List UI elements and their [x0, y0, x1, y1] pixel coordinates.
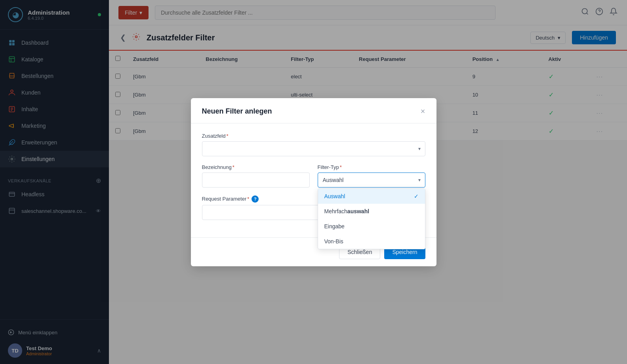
dropdown-item-auswahl[interactable]: Auswahl ✓ — [318, 189, 425, 204]
dropdown-item-eingabe[interactable]: Eingabe — [318, 219, 425, 234]
form-row-2: Bezeichnung* Filter-Typ* Auswahl Mehrfac… — [202, 164, 425, 188]
dropdown-item-mehrfachauswahl[interactable]: Mehrfachauswahl — [318, 204, 425, 219]
form-group-zusatzfeld: Zusatzfeld* ▾ — [202, 133, 425, 156]
form-group-filter-typ: Filter-Typ* Auswahl Mehrfachauswahl Eing… — [318, 164, 425, 188]
modal-overlay: Neuen Filter anlegen × Zusatzfeld* ▾ — [0, 0, 627, 364]
modal-header: Neuen Filter anlegen × — [191, 98, 436, 123]
form-group-bezeichnung: Bezeichnung* — [202, 164, 310, 188]
form-row-zusatzfeld: Zusatzfeld* ▾ — [202, 133, 425, 156]
zusatzfeld-select-wrap: ▾ — [202, 141, 425, 156]
zusatzfeld-select[interactable] — [202, 141, 425, 156]
modal: Neuen Filter anlegen × Zusatzfeld* ▾ — [191, 98, 436, 266]
help-icon[interactable]: ? — [252, 195, 259, 203]
filter-typ-dropdown: Auswahl ✓ Mehrfachauswahl Eingabe Von-Bi… — [318, 188, 425, 249]
bezeichnung-input[interactable] — [202, 173, 310, 188]
filter-typ-select-wrap: Auswahl Mehrfachauswahl Eingabe Von-Bis … — [318, 173, 425, 188]
modal-title: Neuen Filter anlegen — [202, 107, 272, 116]
selected-check-icon: ✓ — [414, 193, 419, 199]
modal-close-button[interactable]: × — [421, 107, 425, 116]
label-zusatzfeld: Zusatzfeld* — [202, 133, 425, 139]
label-filter-typ: Filter-Typ* — [318, 164, 425, 170]
modal-body: Zusatzfeld* ▾ Bezeichnung* — [191, 123, 436, 237]
filter-typ-select[interactable]: Auswahl Mehrfachauswahl Eingabe Von-Bis — [318, 173, 425, 188]
dropdown-item-von-bis[interactable]: Von-Bis — [318, 234, 425, 249]
label-bezeichnung: Bezeichnung* — [202, 164, 310, 170]
